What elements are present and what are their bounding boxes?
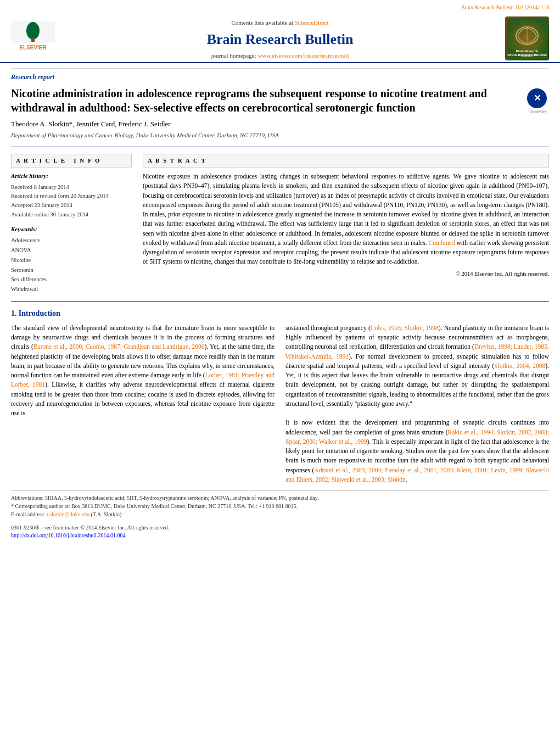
journal-citation: Brain Research Bulletin 102 (2014) 1–8 <box>461 4 549 10</box>
doi-line: http://dx.doi.org/10.1016/j.brainresbull… <box>11 532 549 539</box>
email-link[interactable]: t.slotkin@duke.edu <box>47 511 89 517</box>
ref-lorber[interactable]: Lorber, 1981; Priestley and Lorber, 1981 <box>11 372 275 388</box>
intro-left-col: The standard view of developmental neuro… <box>11 323 275 484</box>
footnotes: Abbreviations: 5HIAA, 5-hydroxyindoleace… <box>11 490 549 518</box>
elsevier-logo: ELSEVIER <box>11 21 55 54</box>
keyword-5: Sex differences <box>11 275 132 284</box>
keyword-2: ANOVA <box>11 246 132 255</box>
ref-rakic[interactable]: Rakic et al., 1994; Slotkin, 2002, 2008;… <box>285 429 549 445</box>
crossmark-icon: ✕ <box>527 88 547 108</box>
ref-barone[interactable]: Barone et al., 2000; Cuomo, 1987; Grandj… <box>33 343 205 350</box>
received-date: Received 8 January 2014 <box>11 183 132 192</box>
section-type-label: Research report <box>11 69 549 82</box>
divider-1 <box>11 147 549 147</box>
sciencedirect-link: Contents lists available at ScienceDirec… <box>60 19 500 27</box>
ref-coles[interactable]: Coles, 1993; Slotkin, 1998 <box>371 325 439 331</box>
ref-dreyfus[interactable]: Dreyfus, 1998; Lauder, 1985; Whitaker-Az… <box>285 343 549 359</box>
sciencedirect-anchor[interactable]: ScienceDirect <box>295 19 329 26</box>
affiliation: Department of Pharmacology and Cancer Bi… <box>11 131 549 140</box>
ref-adriani[interactable]: Adriani et al., 2003, 2004; Faraday et a… <box>285 467 549 483</box>
copyright-notice: © 2014 Elsevier Inc. All rights reserved… <box>143 270 549 278</box>
keyword-3: Nicotine <box>11 255 132 265</box>
citation-line: Brain Research Bulletin 102 (2014) 1–8 <box>0 0 560 12</box>
abstract-text: Nicotine exposure in adolescence produce… <box>143 172 549 267</box>
svg-point-1 <box>26 22 40 40</box>
keyword-6: Withdrawal <box>11 284 132 294</box>
svg-text:Brain Research: Brain Research <box>516 49 538 53</box>
received-revised-date: Received in revised form 20 January 2014 <box>11 192 132 201</box>
corresponding-note: * Corresponding author at: Box 3813 DUMC… <box>11 502 549 510</box>
authors: Theodore A. Slotkin*, Jennifer Card, Fre… <box>11 119 549 129</box>
svg-rect-2 <box>31 37 35 42</box>
right-column: A B S T R A C T Nicotine exposure in ado… <box>143 154 549 294</box>
divider-2 <box>11 301 549 302</box>
article-history-dates: Received 8 January 2014 Received in revi… <box>11 183 132 220</box>
article-info-abstract: A R T I C L E I N F O Article history: R… <box>11 154 549 294</box>
email-note: E-mail address: t.slotkin@duke.edu (T.A.… <box>11 510 549 518</box>
author-names: Theodore A. Slotkin*, Jennifer Card, Fre… <box>11 120 171 128</box>
intro-heading-container: 1. Introduction <box>11 308 549 319</box>
intro-right-col: sustained throughout pregnancy (Coles, 1… <box>285 323 549 484</box>
crossmark-badge: ✕ CrossMark <box>527 88 549 110</box>
article-title-section: Nicotine administration in adolescence r… <box>11 86 549 115</box>
article-info-header: A R T I C L E I N F O <box>11 154 132 168</box>
svg-text:Bulletin: Bulletin <box>521 54 533 57</box>
accepted-date: Accepted 23 January 2014 <box>11 201 132 210</box>
ref-slotkin-2004[interactable]: Slotkin, 2004, 2008 <box>494 362 545 369</box>
left-column: A R T I C L E I N F O Article history: R… <box>11 154 132 294</box>
keywords-label: Keywords: <box>11 225 132 233</box>
journal-title: Brain Research Bulletin <box>60 30 500 49</box>
abbreviations-note: Abbreviations: 5HIAA, 5-hydroxyindoleace… <box>11 494 549 502</box>
doi-link[interactable]: http://dx.doi.org/10.1016/j.brainresbull… <box>11 532 125 538</box>
journal-center: Contents lists available at ScienceDirec… <box>55 16 505 62</box>
svg-text:ELSEVIER: ELSEVIER <box>19 44 47 51</box>
journal-homepage: journal homepage: www.elsevier.com/locat… <box>60 52 500 60</box>
abstract-header: A B S T R A C T <box>143 154 549 168</box>
keyword-1: Adolescence <box>11 236 132 246</box>
article-history-label: Article history: <box>11 172 132 180</box>
bottom-copyright: 0361-9230/$ – see front matter © 2014 El… <box>11 524 549 539</box>
article-title: Nicotine administration in adolescence r… <box>11 86 527 115</box>
intro-title: Introduction <box>19 309 60 317</box>
available-online-date: Available online 30 January 2014 <box>11 210 132 220</box>
page: Brain Research Bulletin 102 (2014) 1–8 E… <box>0 0 560 742</box>
issn-line: 0361-9230/$ – see front matter © 2014 El… <box>11 524 549 532</box>
content-area: Research report Nicotine administration … <box>0 63 560 545</box>
keyword-4: Serotonin <box>11 265 132 275</box>
journal-logo-image: Brain Research Bulletin <box>505 16 549 60</box>
keywords-list: Adolescence ANOVA Nicotine Serotonin Sex… <box>11 236 132 294</box>
homepage-link[interactable]: www.elsevier.com/locate/brainresbull <box>257 52 349 59</box>
intro-number: 1. <box>11 309 17 317</box>
intro-text-columns: The standard view of developmental neuro… <box>11 323 549 484</box>
journal-header: ELSEVIER Contents lists available at Sci… <box>0 12 560 63</box>
